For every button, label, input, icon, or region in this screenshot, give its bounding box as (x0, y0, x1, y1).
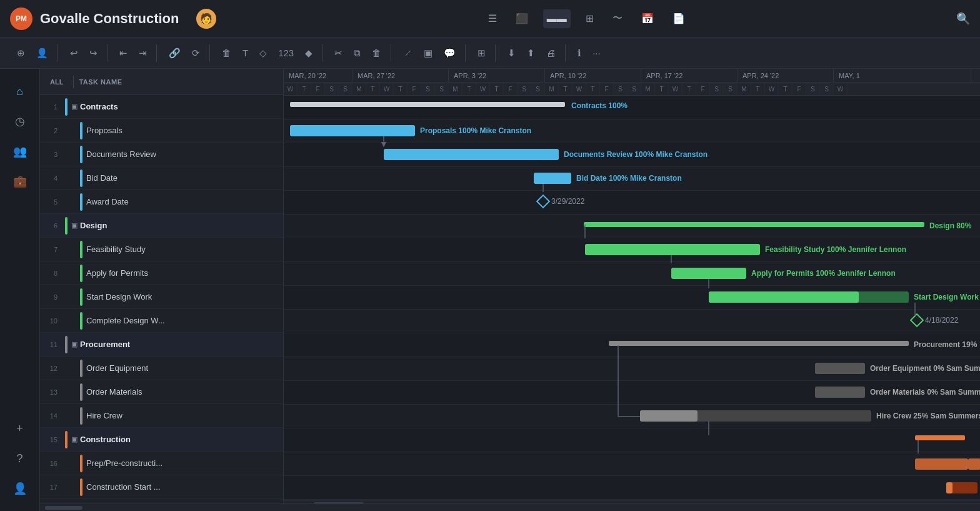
copy-button[interactable]: ⧉ (349, 44, 365, 62)
expand-icon[interactable]: ▣ (71, 103, 78, 111)
day-cell: F (504, 83, 518, 95)
scroll-indicator[interactable] (45, 506, 82, 510)
day-cell: W (834, 83, 848, 95)
more-button[interactable]: ··· (588, 44, 605, 61)
redo-button[interactable]: ↪ (85, 44, 102, 62)
table-row[interactable]: 10 Complete Design W... (40, 309, 283, 333)
indent-button[interactable]: ⇥ (134, 44, 151, 62)
sidebar-help[interactable]: ? (8, 446, 32, 471)
sidebar-home[interactable]: ⌂ (8, 79, 32, 104)
sidebar-work[interactable]: 💼 (8, 169, 32, 194)
pen-button[interactable]: ⟋ (399, 44, 417, 61)
day-cell: S (806, 83, 820, 95)
add-task-button[interactable]: ⊕ (12, 44, 29, 62)
scroll-bar-bottom[interactable] (284, 500, 980, 503)
color-indicator (80, 241, 82, 258)
day-cell: F (696, 83, 710, 95)
expand-icon[interactable]: ▣ (71, 435, 78, 443)
table-row[interactable]: 14 Hire Crew (40, 404, 283, 428)
task-name: Start Design Work (86, 292, 152, 301)
expand-icon[interactable]: ▣ (71, 340, 78, 348)
table-row[interactable]: 9 Start Design Work (40, 285, 283, 309)
sidebar-add[interactable]: + (8, 416, 32, 441)
calendar-icon[interactable]: 📅 (638, 9, 658, 28)
add-group: ⊕ 👤 (8, 44, 58, 62)
table-row[interactable]: 3 Documents Review (40, 143, 283, 166)
add-user-button[interactable]: 👤 (32, 44, 52, 62)
table-row[interactable]: 5 Award Date (40, 190, 283, 214)
cut-button[interactable]: ✂ (330, 44, 347, 62)
col-taskname-label: TASK NAME (79, 78, 122, 86)
color-indicator (65, 336, 68, 353)
number-button[interactable]: 123 (274, 44, 298, 61)
tag-button[interactable]: ◇ (255, 44, 271, 62)
expand-icon[interactable]: ▣ (71, 221, 78, 230)
format-group: 🗑 T ◇ 123 ◆ (212, 44, 322, 62)
date-row: MAR, 20 '22 MAR, 27 '22 APR, 3 '22 APR, … (284, 69, 980, 83)
bottom-scroll[interactable] (40, 503, 980, 511)
table-row[interactable]: 12 Order Equipment (40, 357, 283, 380)
color-indicator (80, 122, 82, 139)
gantt-row-9 (284, 286, 980, 310)
activity-icon[interactable]: 〜 (609, 8, 626, 29)
table-row[interactable]: 11 ▣ Procurement (40, 333, 283, 357)
col-all-label[interactable]: ALL (45, 76, 68, 88)
timeline[interactable]: MAR, 20 '22 MAR, 27 '22 APR, 3 '22 APR, … (284, 69, 980, 503)
color-indicator (80, 193, 82, 211)
task-name: Procurement (80, 340, 130, 349)
upload-button[interactable]: ⬆ (522, 44, 539, 62)
task-name: Feasibility Study (86, 245, 146, 254)
export-group: ⬇ ⬆ 🖨 (498, 44, 566, 62)
gantt-row-8 (284, 262, 980, 286)
sidebar-history[interactable]: ◷ (8, 109, 32, 134)
undo-button[interactable]: ↩ (66, 44, 82, 62)
day-cell: S (421, 83, 435, 95)
table-row[interactable]: 6 ▣ Design (40, 214, 283, 238)
print-button[interactable]: 🖨 (542, 44, 560, 61)
scroll-thumb[interactable] (314, 502, 364, 504)
search-icon[interactable]: 🔍 (956, 12, 970, 26)
top-bar: PM Govalle Construction 🧑 ☰ ⬛ ▬▬ ⊞ 〜 📅 📄… (0, 0, 980, 38)
gantt-row-11 (284, 333, 980, 357)
sidebar: ⌂ ◷ 👥 💼 + ? 👤 (0, 69, 40, 511)
link-button[interactable]: 🔗 (164, 44, 185, 62)
doc-icon[interactable]: 📄 (669, 9, 689, 28)
table-row[interactable]: 1 ▣ Contracts (40, 95, 283, 119)
day-cell: W (476, 83, 490, 95)
table-row[interactable]: 13 Order Materials (40, 380, 283, 404)
grid-button[interactable]: ▣ (419, 44, 437, 62)
day-cell: F (408, 83, 421, 95)
user-avatar-top[interactable]: 🧑 (196, 9, 216, 29)
list-view-icon[interactable]: ☰ (484, 9, 501, 28)
comment-button[interactable]: 💬 (439, 44, 460, 62)
delete-button[interactable]: 🗑 (218, 44, 236, 61)
text-button[interactable]: T (238, 44, 252, 61)
chart-icon[interactable]: ⬛ (512, 9, 532, 28)
delete2-button[interactable]: 🗑 (368, 44, 386, 61)
gantt-icon[interactable]: ▬▬ (543, 9, 571, 28)
table-row[interactable]: 4 Bid Date (40, 166, 283, 190)
outdent-button[interactable]: ⇤ (115, 44, 132, 62)
shape-button[interactable]: ◆ (301, 44, 317, 62)
sidebar-avatar[interactable]: 👤 (8, 476, 32, 501)
table-row[interactable]: 2 Proposals (40, 119, 283, 143)
day-cell: S (820, 83, 834, 95)
table-row[interactable]: 7 Feasibility Study (40, 238, 283, 261)
gantt-row-17 (284, 476, 980, 500)
table-row[interactable]: 15 ▣ Construction (40, 428, 283, 452)
task-name: Award Date (86, 197, 129, 206)
table-row[interactable]: 8 Apply for Permits (40, 261, 283, 285)
table-row[interactable]: 16 Prep/Pre-constructi... (40, 452, 283, 475)
table-icon[interactable]: ⊞ (582, 9, 598, 28)
task-name: Bid Date (86, 173, 118, 183)
table-row[interactable]: 17 Construction Start ... (40, 475, 283, 499)
gantt-row-10 (284, 310, 980, 333)
day-cell: S (518, 83, 531, 95)
sidebar-people[interactable]: 👥 (8, 139, 32, 164)
info-button[interactable]: ℹ (573, 44, 586, 62)
indent-group: ⇤ ⇥ (110, 44, 157, 62)
split-button[interactable]: ⊞ (473, 44, 490, 62)
dependency-button[interactable]: ⟳ (188, 44, 204, 62)
color-indicator (80, 455, 82, 472)
download-button[interactable]: ⬇ (503, 44, 520, 62)
